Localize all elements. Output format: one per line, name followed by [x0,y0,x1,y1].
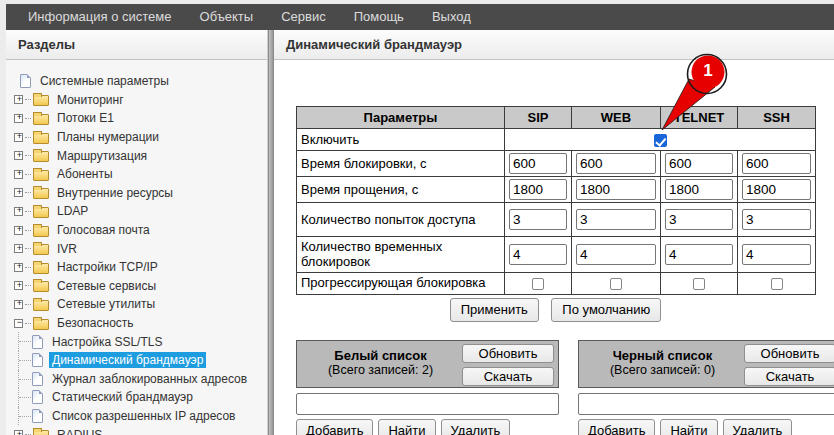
progressive-web-checkbox[interactable] [610,278,622,290]
attempts-web-input[interactable] [576,209,656,230]
folder-icon [33,226,49,237]
progressive-telnet-checkbox[interactable] [693,278,705,290]
sidebar-item-tcpip-settings[interactable]: Настройки TCP/IP [14,258,267,277]
menu-item-system-info[interactable]: Информация о системе [14,4,186,30]
blacklist-find-button[interactable]: Найти [660,419,717,435]
folder-icon [33,430,49,435]
whitelist-find-button[interactable]: Найти [378,419,435,435]
expand-icon[interactable] [14,207,23,216]
sidebar-item-dynamic-firewall[interactable]: Динамический брандмауэр [14,351,267,370]
blacklist-panel: Черный список (Всего записей: 0) Обновит… [578,340,834,435]
enable-checkbox[interactable] [654,134,667,147]
menu-item-help[interactable]: Помощь [340,4,418,30]
sidebar-item-allowed-ip-list[interactable]: Список разрешенных IP адресов [14,407,267,426]
temp-blocks-web-input[interactable] [576,244,656,265]
blacklist-download-button[interactable]: Скачать [744,367,834,386]
whitelist-add-button[interactable]: Добавить [296,419,373,435]
folder-icon [33,207,49,218]
attempts-ssh-input[interactable] [742,209,811,230]
progressive-sip-checkbox[interactable] [532,278,544,290]
sidebar-item-ssl-tls[interactable]: Настройка SSL/TLS [14,332,267,351]
folder-icon [33,281,49,292]
collapse-icon[interactable] [14,319,23,328]
sidebar-item-monitoring[interactable]: Мониторинг [14,91,267,110]
sidebar-item-radius[interactable]: RADIUS [14,425,267,435]
expand-icon[interactable] [14,263,23,272]
sidebar-item-system-params[interactable]: Системные параметры [14,72,267,91]
whitelist-delete-button[interactable]: Удалить [441,419,511,435]
firewall-settings-table: Параметры SIP WEB TELNET SSH Включить [296,106,816,295]
whitelist-title: Белый список [299,348,462,363]
forgive-time-telnet-input[interactable] [665,179,733,200]
whitelist-count: (Всего записей: 2) [299,363,462,377]
expand-icon[interactable] [14,133,23,142]
sidebar-item-network-utils[interactable]: Сетевые утилиты [14,295,267,314]
top-menu-bar: Информация о системе Объекты Сервис Помо… [6,4,834,30]
app-window: Информация о системе Объекты Сервис Помо… [0,0,834,435]
expand-icon[interactable] [14,95,23,104]
table-row-enable: Включить [297,129,816,151]
sidebar-item-routing[interactable]: Маршрутизация [14,146,267,165]
expand-icon[interactable] [14,188,23,197]
blacklist-add-button[interactable]: Добавить [578,419,655,435]
menu-item-objects[interactable]: Объекты [186,4,268,30]
sidebar-item-internal-resources[interactable]: Внутренние ресурсы [14,184,267,203]
progressive-ssh-checkbox[interactable] [771,278,783,290]
blacklist-delete-button[interactable]: Удалить [723,419,793,435]
block-time-sip-input[interactable] [509,153,567,174]
sidebar-item-voicemail[interactable]: Голосовая почта [14,221,267,240]
block-time-ssh-input[interactable] [742,153,811,174]
column-header: Параметры [297,107,505,129]
blacklist-address-input[interactable] [578,393,834,415]
document-icon [32,353,43,367]
sidebar-item-security[interactable]: Безопасность [14,314,267,333]
sidebar-item-network-services[interactable]: Сетевые сервисы [14,277,267,296]
sidebar-item-e1-streams[interactable]: Потоки E1 [14,109,267,128]
defaults-button[interactable]: По умолчанию [551,298,661,322]
expand-icon[interactable] [14,114,23,123]
sidebar-item-subscribers[interactable]: Абоненты [14,165,267,184]
expand-icon[interactable] [14,226,23,235]
column-header: TELNET [661,107,738,129]
temp-blocks-telnet-input[interactable] [665,244,733,265]
main-panel: Динамический брандмауэр Параметры SIP WE… [274,30,834,435]
expand-icon[interactable] [14,281,23,290]
sidebar-item-ivr[interactable]: IVR [14,239,267,258]
folder-icon [33,244,49,255]
expand-icon[interactable] [14,430,23,435]
document-icon [32,335,43,349]
sidebar-item-numbering-plans[interactable]: Планы нумерации [14,128,267,147]
expand-icon[interactable] [14,151,23,160]
sections-tree: Системные параметры Мониторинг Потоки E1 [6,60,267,435]
menu-item-service[interactable]: Сервис [267,4,340,30]
sidebar-item-ldap[interactable]: LDAP [14,202,267,221]
forgive-time-sip-input[interactable] [509,179,567,200]
block-time-telnet-input[interactable] [665,153,733,174]
document-icon [32,390,43,404]
whitelist-download-button[interactable]: Скачать [462,367,554,386]
folder-icon [33,114,49,125]
sidebar-item-static-firewall[interactable]: Статический брандмауэр [14,388,267,407]
folder-icon [33,133,49,144]
column-header: SIP [505,107,572,129]
sidebar-item-blocked-log[interactable]: Журнал заблокированных адресов [14,370,267,389]
blacklist-refresh-button[interactable]: Обновить [744,344,834,363]
folder-icon [33,95,49,106]
expand-icon[interactable] [14,244,23,253]
column-header: WEB [572,107,661,129]
attempts-telnet-input[interactable] [665,209,733,230]
menu-item-logout[interactable]: Выход [418,4,485,30]
block-time-web-input[interactable] [576,153,656,174]
expand-icon[interactable] [14,170,23,179]
temp-blocks-ssh-input[interactable] [742,244,811,265]
whitelist-address-input[interactable] [296,393,559,415]
forgive-time-web-input[interactable] [576,179,656,200]
forgive-time-ssh-input[interactable] [742,179,811,200]
folder-icon [33,300,49,311]
temp-blocks-sip-input[interactable] [509,244,567,265]
expand-icon[interactable] [14,300,23,309]
table-row-temp-blocks: Количество временных блокировок [297,237,816,273]
attempts-sip-input[interactable] [509,209,567,230]
whitelist-refresh-button[interactable]: Обновить [462,344,554,363]
apply-button[interactable]: Применить [450,298,539,322]
